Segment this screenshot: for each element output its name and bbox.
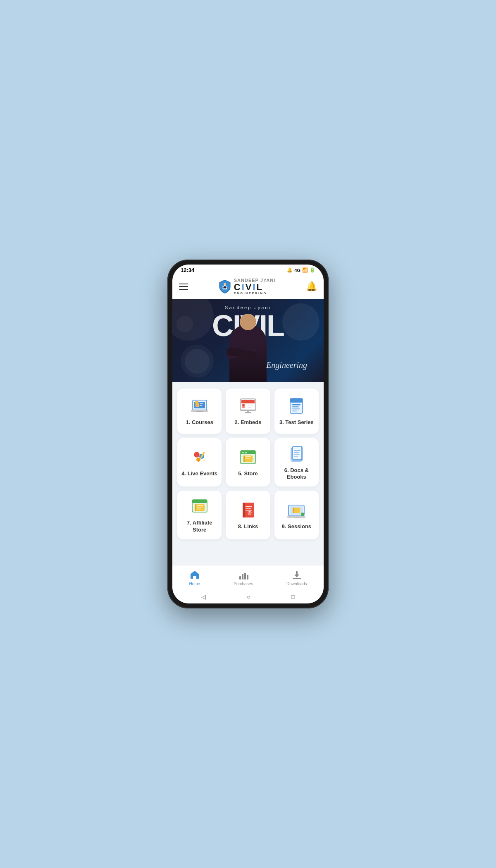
downloads-nav-label: Downloads	[286, 582, 307, 586]
hamburger-line-3	[179, 289, 188, 290]
phone-frame: 12:34 🔔 4G 📶 🔋	[167, 260, 329, 608]
links-label: 8. Links	[238, 523, 258, 530]
grid-item-sessions[interactable]: 9. Sessions	[274, 491, 319, 539]
purchases-nav-icon	[238, 570, 249, 580]
svg-rect-27	[292, 408, 300, 410]
svg-rect-13	[196, 411, 203, 412]
docs-label: 6. Docs & Ebooks	[278, 467, 315, 481]
grid-item-embeds[interactable]: 2. Embeds	[226, 389, 270, 434]
hamburger-line-1	[179, 284, 188, 285]
svg-rect-9	[200, 405, 202, 406]
svg-rect-26	[292, 406, 299, 408]
svg-rect-77	[247, 575, 248, 579]
grid-item-links[interactable]: 8. Links	[226, 491, 270, 539]
banner-cursive-text: Engineering	[266, 360, 307, 370]
embeds-label: 2. Embeds	[234, 419, 261, 426]
svg-rect-16	[241, 400, 255, 403]
svg-point-65	[249, 511, 250, 513]
svg-rect-74	[239, 576, 241, 579]
grid-section: 1. Courses	[172, 389, 324, 547]
svg-rect-51	[294, 456, 298, 457]
logo-area: SANDEEP JYANI CIVIL ENGINEERING	[217, 278, 277, 295]
test-label: 3. Test Series	[279, 419, 314, 426]
android-nav-bar: ◁ ○ □	[172, 589, 324, 603]
svg-rect-78	[293, 578, 301, 579]
status-bar: 12:34 🔔 4G 📶 🔋	[172, 265, 324, 275]
courses-icon	[189, 397, 210, 415]
svg-rect-28	[292, 410, 297, 412]
svg-rect-57	[197, 507, 202, 508]
svg-rect-48	[294, 450, 300, 451]
nav-downloads[interactable]: Downloads	[280, 569, 313, 587]
svg-rect-60	[243, 503, 245, 517]
courses-label: 1. Courses	[186, 419, 213, 426]
svg-point-20	[242, 406, 245, 408]
live-label: 4. Live Events	[181, 470, 217, 477]
notification-bell-icon[interactable]: 🔔	[306, 281, 317, 292]
svg-rect-29	[290, 398, 303, 403]
grid-item-docs[interactable]: 6. Docs & Ebooks	[274, 438, 319, 487]
banner-person	[223, 316, 273, 382]
grid-item-store[interactable]: 5. Store	[226, 438, 270, 487]
android-recent-button[interactable]: □	[287, 592, 299, 602]
svg-marker-36	[203, 460, 205, 461]
nav-purchases[interactable]: Purchases	[227, 569, 260, 587]
svg-rect-76	[244, 573, 246, 579]
embeds-icon	[237, 397, 259, 415]
grid-item-affiliate[interactable]: 7. Affiliate Store	[177, 491, 222, 539]
svg-rect-58	[197, 508, 201, 510]
svg-rect-47	[293, 446, 302, 460]
svg-point-31	[195, 453, 199, 457]
svg-rect-61	[246, 506, 252, 507]
docs-icon	[286, 445, 307, 463]
status-icons: 🔔 4G 📶 🔋	[287, 267, 315, 273]
grid-item-live[interactable]: 4. Live Events	[177, 438, 222, 487]
notification-status-icon: 🔔	[287, 267, 293, 273]
android-back-button[interactable]: ◁	[197, 592, 210, 602]
bokeh-2	[185, 349, 210, 374]
svg-rect-8	[200, 403, 203, 404]
app-header: SANDEEP JYANI CIVIL ENGINEERING 🔔	[172, 275, 324, 299]
svg-rect-72	[293, 517, 299, 517]
svg-point-3	[224, 283, 226, 285]
svg-rect-53	[192, 500, 207, 503]
test-icon	[286, 397, 307, 415]
scroll-content[interactable]: Sandeep Jyani CIVIL Engineering	[172, 299, 324, 565]
svg-point-11	[196, 401, 198, 404]
status-time: 12:34	[181, 267, 194, 273]
home-nav-icon	[189, 570, 200, 580]
phone-screen: 12:34 🔔 4G 📶 🔋	[172, 265, 324, 603]
store-icon	[237, 448, 259, 466]
purchases-nav-label: Purchases	[234, 582, 253, 586]
svg-rect-19	[248, 407, 252, 408]
sessions-icon	[286, 501, 307, 519]
svg-rect-17	[248, 405, 253, 405]
logo-text: SANDEEP JYANI CIVIL ENGINEERING	[234, 278, 277, 295]
svg-point-70	[301, 513, 304, 516]
grid-item-test[interactable]: 3. Test Series	[274, 389, 319, 434]
person-head	[240, 314, 256, 330]
android-home-button[interactable]: ○	[243, 592, 254, 602]
live-icon	[189, 448, 210, 466]
svg-marker-80	[294, 575, 299, 577]
grid-row-2: 4. Live Events	[177, 438, 319, 487]
nav-home[interactable]: Home	[182, 569, 207, 587]
hamburger-menu[interactable]	[179, 284, 188, 290]
svg-point-40	[245, 452, 247, 453]
grid-row-3: 7. Affiliate Store	[177, 491, 319, 539]
banner-cursive: Engineering	[266, 360, 307, 370]
hamburger-line-2	[179, 286, 188, 287]
svg-rect-25	[292, 404, 300, 405]
svg-rect-75	[242, 574, 243, 579]
bottom-nav: Home Purchases Down	[172, 565, 324, 589]
logo-civil-text: CIVIL	[234, 283, 263, 292]
home-nav-label: Home	[189, 582, 200, 586]
svg-point-33	[196, 458, 200, 462]
svg-rect-55	[195, 504, 196, 511]
grid-item-courses[interactable]: 1. Courses	[177, 389, 222, 434]
affiliate-label: 7. Affiliate Store	[181, 520, 218, 534]
svg-point-39	[242, 452, 244, 453]
svg-rect-44	[245, 458, 250, 459]
hero-banner: Sandeep Jyani CIVIL Engineering	[172, 299, 324, 382]
sessions-label: 9. Sessions	[282, 523, 312, 530]
